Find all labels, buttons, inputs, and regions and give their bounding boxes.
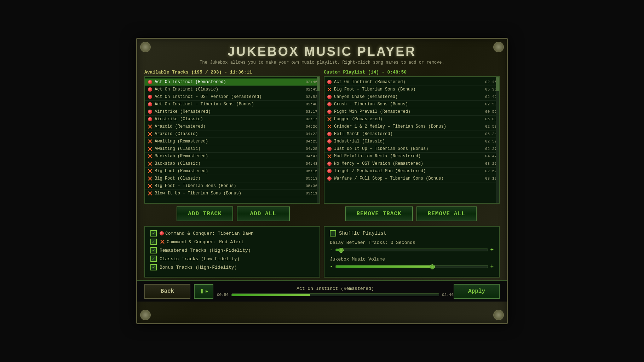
source-checkbox-item[interactable]: Command & Conquer: Red Alert <box>150 239 314 245</box>
track-duration: 04:47 <box>306 154 317 158</box>
available-track-item[interactable]: Big Foot – Tiberian Sons (Bonus) 05:36 <box>145 182 320 190</box>
playlist-track-item[interactable]: Big Foot – Tiberian Sons (Bonus) 05:36 <box>324 86 499 93</box>
back-button[interactable]: Back <box>144 284 190 299</box>
volume-slider-fill <box>336 265 435 268</box>
playlist-track-item[interactable]: Grinder 1 & 2 Medley – Tiberian Sons (Bo… <box>324 123 499 130</box>
available-track-item[interactable]: Big Foot (Remastered) 05:15 <box>145 168 320 175</box>
track-duration: 02:42 <box>485 95 497 99</box>
filter-label: Classic Tracks (Low-Fidelity) <box>160 256 240 262</box>
total-time-label: 02:46 <box>442 293 454 297</box>
volume-minus[interactable]: - <box>330 263 333 270</box>
available-track-item[interactable]: Act On Instinct (Remastered) 02:46 <box>145 78 320 86</box>
play-pause-button[interactable]: ⏸▶ <box>194 284 213 299</box>
track-name: Act On Instinct – OST Version (Remastere… <box>155 94 303 99</box>
source-checkbox-item[interactable]: Command & Conquer: Tiberian Dawn <box>150 230 314 237</box>
track-name: Warfare / Full Stop – Tiberian Sons (Bon… <box>334 176 482 181</box>
track-icon <box>327 124 332 129</box>
available-track-item[interactable]: Big Foot (Classic) 05:13 <box>145 175 320 182</box>
filter-checkbox[interactable] <box>150 247 157 253</box>
track-name: Big Foot – Tiberian Sons (Bonus) <box>334 87 482 92</box>
available-track-item[interactable]: Awaiting (Classic) 04:25 <box>145 145 320 153</box>
track-name: Grinder 1 & 2 Medley – Tiberian Sons (Bo… <box>334 124 482 129</box>
delay-minus[interactable]: - <box>330 247 333 253</box>
filter-checkbox[interactable] <box>150 256 157 262</box>
track-duration: 05:08 <box>485 117 497 121</box>
available-track-item[interactable]: Act On Instinct – Tiberian Sons (Bonus) … <box>145 101 320 108</box>
source-label: Command & Conquer: Tiberian Dawn <box>165 231 254 236</box>
volume-plus[interactable]: + <box>490 263 494 270</box>
track-duration: 02:45 <box>306 87 317 92</box>
filter-checkbox[interactable] <box>150 264 157 270</box>
filter-checkbox-item[interactable]: Bonus Tracks (High-Fidelity) <box>150 264 314 270</box>
volume-slider-thumb[interactable] <box>430 264 435 269</box>
available-scrollbar-thumb[interactable] <box>317 77 320 91</box>
options-sources: Command & Conquer: Tiberian Dawn Command… <box>144 226 320 278</box>
add-track-button[interactable]: Add Track <box>177 206 233 221</box>
available-track-item[interactable]: Arazoid (Remastered) 04:26 <box>145 123 320 130</box>
playlist-track-item[interactable]: Just Do It Up – Tiberian Sons (Bonus) 02… <box>324 145 499 153</box>
playlist-track-item[interactable]: Industrial (Classic) 02:52 <box>324 138 499 145</box>
progress-fill <box>232 294 310 296</box>
available-track-item[interactable]: Backstab (Classic) 04:43 <box>145 160 320 168</box>
delay-slider-track[interactable] <box>335 249 488 251</box>
playlist-track-item[interactable]: Fogger (Remastered) 05:08 <box>324 116 499 123</box>
playlist-track-item[interactable]: Canyon Chase (Remastered) 02:42 <box>324 93 499 101</box>
track-icon <box>327 79 332 85</box>
bolt-br <box>493 310 504 320</box>
filter-label: Bonus Tracks (High-Fidelity) <box>160 265 237 270</box>
filter-checkbox-item[interactable]: Classic Tracks (Low-Fidelity) <box>150 256 314 262</box>
available-track-item[interactable]: Airstrike (Remastered) 03:17 <box>145 108 320 116</box>
playlist-track-item[interactable]: Crush – Tiberian Sons (Bonus) 02:58 <box>324 101 499 108</box>
available-track-item[interactable]: Blow It Up – Tiberian Sons (Bonus) 03:11 <box>145 190 320 197</box>
track-duration: 04:22 <box>306 132 317 136</box>
track-icon <box>327 161 332 167</box>
playlist-track-item[interactable]: Fight Win Prevail (Remastered) 00:52 <box>324 108 499 116</box>
filter-checkbox-item[interactable]: Remastered Tracks (High-Fidelity) <box>150 247 314 253</box>
track-duration: 03:17 <box>306 117 317 121</box>
source-checkbox[interactable] <box>150 239 157 245</box>
delay-plus[interactable]: + <box>490 247 494 253</box>
source-checkbox[interactable] <box>150 230 157 237</box>
playlist-scrollbar-thumb[interactable] <box>496 77 499 91</box>
track-duration: 00:52 <box>485 110 497 114</box>
playlist-track-list-container[interactable]: Act On Instinct (Remastered) 02:46 Big F… <box>324 76 500 204</box>
playlist-track-item[interactable]: Act On Instinct (Remastered) 02:46 <box>324 78 499 86</box>
playlist-track-item[interactable]: No Mercy – OST Version (Remastered) 03:2… <box>324 160 499 168</box>
track-name: Act On Instinct – Tiberian Sons (Bonus) <box>155 102 303 107</box>
track-duration: 02:46 <box>485 80 497 84</box>
track-icon <box>327 109 332 115</box>
add-all-button[interactable]: Add All <box>237 206 290 221</box>
available-track-item[interactable]: Airstrike (Classic) 03:17 <box>145 116 320 123</box>
playback-bar: Back ⏸▶ Act On Instinct (Remastered) 00:… <box>137 280 507 302</box>
filter-label: Remastered Tracks (High-Fidelity) <box>160 248 251 253</box>
playlist-track-item[interactable]: Hell March (Remastered) 06:24 <box>324 130 499 138</box>
available-track-item[interactable]: Act On Instinct – OST Version (Remastere… <box>145 93 320 101</box>
available-track-item[interactable]: Backstab (Remastered) 04:47 <box>145 153 320 160</box>
track-duration: 04:25 <box>306 139 317 144</box>
volume-slider-track[interactable] <box>335 265 488 268</box>
track-name: Hell March (Remastered) <box>334 132 482 136</box>
available-scrollbar[interactable] <box>317 77 320 203</box>
track-duration: 04:43 <box>306 162 317 166</box>
delay-slider-thumb[interactable] <box>339 248 344 253</box>
playlist-scrollbar[interactable] <box>496 77 499 203</box>
track-duration: 02:58 <box>485 102 497 106</box>
track-duration: 02:46 <box>306 80 317 84</box>
remove-all-button[interactable]: Remove All <box>416 206 477 221</box>
track-icon <box>147 153 153 159</box>
available-track-item[interactable]: Act On Instinct (Classic) 02:45 <box>145 86 320 93</box>
track-icon <box>327 116 332 122</box>
apply-button[interactable]: Apply <box>454 284 500 299</box>
available-track-item[interactable]: Arazoid (Classic) 04:22 <box>145 130 320 138</box>
available-track-list-container[interactable]: Act On Instinct (Remastered) 02:46 Act O… <box>144 76 320 204</box>
playlist-track-item[interactable]: Warfare / Full Stop – Tiberian Sons (Bon… <box>324 175 499 182</box>
playlist-track-item[interactable]: Target / Mechanical Man (Remastered) 02:… <box>324 168 499 175</box>
track-duration: 05:36 <box>485 87 497 92</box>
remove-track-button[interactable]: Remove Track <box>345 206 413 221</box>
playlist-track-item[interactable]: Mud Retaliation Remix (Remastered) 04:47 <box>324 153 499 160</box>
shuffle-checkbox[interactable] <box>330 230 336 237</box>
progress-track[interactable] <box>231 293 439 296</box>
available-track-item[interactable]: Awaiting (Remastered) 04:25 <box>145 138 320 145</box>
now-playing-label: Act On Instinct (Remastered) <box>297 286 374 291</box>
track-name: Canyon Chase (Remastered) <box>334 94 482 99</box>
